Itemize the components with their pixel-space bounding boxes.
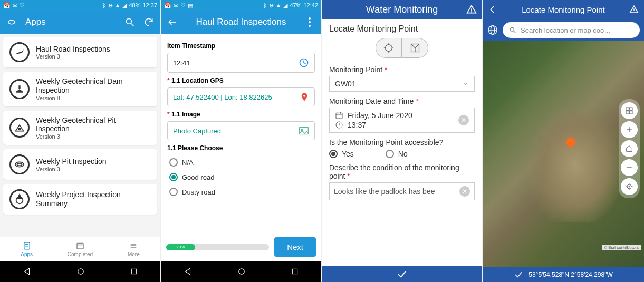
warning-icon[interactable] bbox=[629, 5, 639, 14]
app-logo-icon bbox=[6, 17, 17, 27]
label-describe: Describe the condition of the monitoring… bbox=[329, 163, 475, 180]
option-na[interactable]: N/A bbox=[167, 155, 315, 170]
svg-point-0 bbox=[126, 18, 131, 24]
location-pin-icon bbox=[300, 92, 309, 102]
form-title: Haul Road Inspections bbox=[186, 17, 296, 27]
field-image[interactable]: Photo Captured bbox=[167, 121, 315, 140]
select-monitoring-point[interactable]: GW01 bbox=[329, 76, 475, 92]
option-no[interactable]: No bbox=[386, 150, 408, 158]
android-nav bbox=[161, 261, 321, 282]
select-value: GW01 bbox=[335, 80, 356, 88]
svg-point-4 bbox=[17, 163, 22, 166]
tab-more[interactable]: More bbox=[107, 237, 160, 261]
back-arrow-icon[interactable] bbox=[488, 5, 497, 14]
refresh-icon[interactable] bbox=[143, 17, 154, 27]
search-placeholder: Search location or map coo… bbox=[521, 26, 611, 34]
label-timestamp: Item Timestamp bbox=[167, 42, 315, 50]
app-version: Version 3 bbox=[36, 53, 110, 60]
app-bar: Apps bbox=[0, 11, 160, 34]
more-vert-icon[interactable] bbox=[304, 17, 315, 27]
svg-point-18 bbox=[309, 21, 311, 23]
option-label: N/A bbox=[182, 159, 194, 167]
app-title: Weekly Pit Inspection bbox=[36, 157, 107, 166]
search-icon[interactable] bbox=[124, 17, 135, 27]
app-card[interactable]: Weekly Geotechnical Dam Inspection Versi… bbox=[3, 72, 157, 106]
globe-icon[interactable] bbox=[487, 24, 498, 36]
appbar-title: Water Monitoring bbox=[366, 4, 438, 15]
app-version: Version 3 bbox=[36, 133, 151, 140]
app-card[interactable]: Haul Road Inspections Version 3 bbox=[3, 37, 157, 67]
form-body: Locate Monitoring Point Monitoring Point… bbox=[322, 19, 482, 266]
app-title: Weekly Geotechnical Pit Inspection bbox=[36, 116, 151, 134]
radio-icon bbox=[329, 150, 338, 158]
home-extent-icon[interactable] bbox=[621, 140, 638, 157]
map-pin-icon[interactable] bbox=[566, 138, 575, 147]
zoom-in-icon[interactable] bbox=[621, 121, 638, 138]
svg-line-1 bbox=[131, 24, 134, 26]
locate-me-icon[interactable] bbox=[621, 178, 638, 195]
option-good[interactable]: Good road bbox=[167, 170, 315, 184]
footer-bar: 53°5'54.528"N 2°58'24.298"W bbox=[483, 267, 644, 282]
chevron-down-icon bbox=[463, 81, 469, 87]
menu-icon bbox=[129, 241, 138, 250]
recent-icon[interactable] bbox=[291, 267, 299, 276]
warning-icon[interactable] bbox=[466, 4, 477, 15]
svg-line-44 bbox=[514, 31, 516, 33]
app-card[interactable]: Weekly Geotechnical Pit Inspection Versi… bbox=[3, 111, 157, 145]
wifi-icon: ▲ bbox=[276, 3, 282, 8]
dnd-icon: ⊖ bbox=[269, 3, 274, 8]
app-version: Version 8 bbox=[36, 95, 151, 101]
field-gps[interactable]: Lat: 47.522400 | Lon: 18.822625 bbox=[167, 87, 315, 106]
app-title: Haul Road Inspections bbox=[36, 45, 110, 54]
basemap-icon[interactable] bbox=[621, 102, 638, 119]
coords-text: 53°5'54.528"N 2°58'24.298"W bbox=[528, 271, 612, 278]
check-icon[interactable] bbox=[396, 268, 408, 280]
label-gps: * 1.1 Location GPS bbox=[167, 77, 315, 84]
zoom-out-icon[interactable] bbox=[621, 159, 638, 176]
app-title: Weekly Project Inspection Summary bbox=[36, 190, 151, 208]
home-icon[interactable] bbox=[237, 267, 246, 276]
heart-icon: ♡ bbox=[20, 2, 25, 9]
tab-apps[interactable]: Apps bbox=[0, 237, 53, 261]
calendar-icon: 📅 bbox=[3, 2, 11, 9]
back-icon[interactable] bbox=[183, 267, 193, 276]
time-value: 13:37 bbox=[348, 121, 366, 129]
datetime-field[interactable]: Friday, 5 June 2020 13:37 ✕ bbox=[329, 108, 475, 133]
map-canvas[interactable]: © Esri contributors bbox=[483, 41, 644, 267]
android-nav bbox=[0, 261, 160, 282]
appbar-title: Locate Monitoring Point bbox=[503, 5, 624, 14]
back-arrow-icon[interactable] bbox=[167, 17, 178, 27]
calendar-icon bbox=[335, 111, 343, 120]
tab-completed[interactable]: Completed bbox=[53, 237, 107, 261]
app-card[interactable]: Weekly Pit Inspection Version 3 bbox=[3, 149, 157, 180]
svg-point-27 bbox=[472, 12, 472, 12]
svg-rect-45 bbox=[626, 108, 629, 110]
describe-field[interactable]: Looks like the padlock has bee ✕ bbox=[329, 182, 475, 200]
dnd-icon: ⊖ bbox=[108, 3, 113, 8]
locate-map-button[interactable] bbox=[402, 38, 428, 58]
field-timestamp[interactable]: 12:41 bbox=[167, 53, 315, 73]
label-image: * 1.1 Image bbox=[167, 111, 315, 118]
home-icon[interactable] bbox=[76, 267, 85, 276]
describe-value: Looks like the padlock has bee bbox=[334, 187, 435, 196]
check-icon[interactable] bbox=[514, 270, 523, 279]
option-dusty[interactable]: Dusty road bbox=[167, 184, 315, 199]
battery-badge: 48% bbox=[129, 3, 140, 8]
screen-form: 📅 ✉ ♡ ▤ ᛒ ⊖ ▲ ◢ 47% 12:42 Haul Road Insp… bbox=[161, 0, 322, 282]
option-yes[interactable]: Yes bbox=[329, 150, 354, 158]
road-icon bbox=[9, 42, 30, 62]
status-clock: 12:42 bbox=[303, 3, 318, 8]
label-choose: 1.1 Please Choose bbox=[167, 144, 315, 152]
next-button[interactable]: Next bbox=[274, 237, 316, 257]
search-input[interactable]: Search location or map coo… bbox=[503, 22, 640, 38]
archive-icon bbox=[75, 241, 85, 250]
option-label: Good road bbox=[182, 173, 214, 181]
clear-icon[interactable]: ✕ bbox=[459, 186, 470, 197]
app-card[interactable]: Weekly Project Inspection Summary bbox=[3, 184, 157, 215]
recent-icon[interactable] bbox=[130, 267, 138, 276]
locate-gps-button[interactable] bbox=[376, 38, 402, 58]
clear-icon[interactable]: ✕ bbox=[458, 115, 469, 125]
svg-point-24 bbox=[239, 269, 245, 275]
pit-icon bbox=[9, 154, 30, 174]
back-icon[interactable] bbox=[22, 267, 32, 276]
